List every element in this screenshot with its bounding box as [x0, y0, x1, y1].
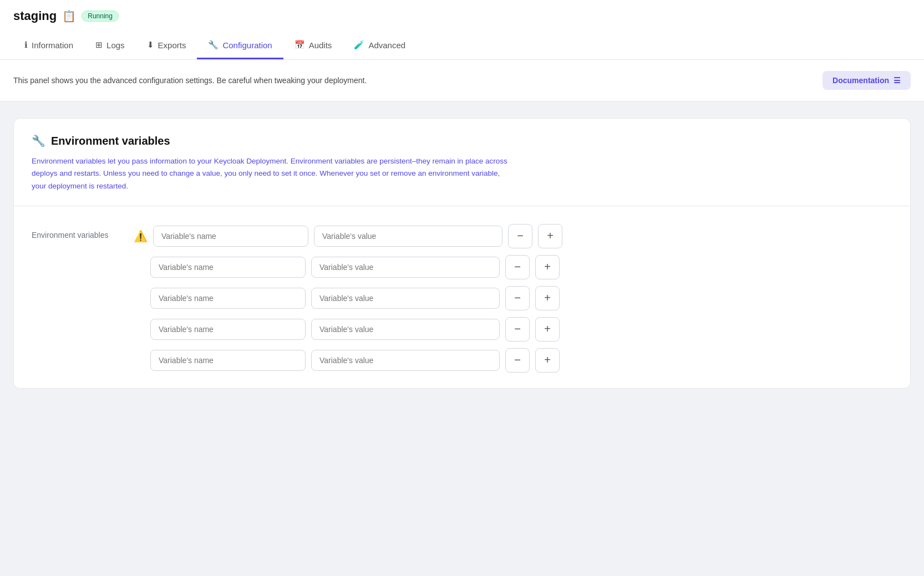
- warning-icon: ⚠️: [134, 230, 148, 243]
- remove-row-button-5[interactable]: −: [505, 348, 530, 373]
- env-row: − +: [134, 317, 892, 341]
- section-title-text: Environment variables: [51, 135, 170, 147]
- tab-information-label: Information: [32, 40, 73, 50]
- configuration-icon: 🔧: [208, 40, 219, 50]
- add-row-button-1[interactable]: +: [538, 224, 562, 248]
- env-vars-section: Environment variables ⚠️ − + − +: [32, 220, 892, 373]
- documentation-icon: ☰: [893, 76, 901, 85]
- add-row-button-5[interactable]: +: [535, 348, 560, 373]
- app-header: staging 📋 Running: [13, 0, 911, 28]
- tab-logs-label: Logs: [106, 40, 125, 50]
- env-row: − +: [134, 348, 892, 373]
- env-name-input-5[interactable]: [150, 350, 306, 371]
- top-section: staging 📋 Running ℹ Information ⊞ Logs ⬇…: [0, 0, 924, 60]
- wrench-icon: 🔧: [32, 134, 45, 147]
- env-vars-label: Environment variables: [32, 224, 120, 373]
- description-bar: This panel shows you the advanced config…: [0, 60, 924, 101]
- exports-icon: ⬇: [147, 40, 154, 50]
- add-row-button-4[interactable]: +: [535, 317, 560, 341]
- env-value-input-1[interactable]: [314, 226, 502, 247]
- env-name-input-3[interactable]: [150, 288, 306, 309]
- logs-icon: ⊞: [95, 40, 103, 50]
- env-row: − +: [134, 255, 892, 279]
- tab-logs[interactable]: ⊞ Logs: [84, 34, 136, 59]
- description-text: This panel shows you the advanced config…: [13, 76, 367, 85]
- tab-audits-label: Audits: [309, 40, 332, 50]
- section-description: Environment variables let you pass infor…: [32, 155, 509, 192]
- tab-exports-label: Exports: [158, 40, 186, 50]
- env-variables-card: 🔧 Environment variables Environment vari…: [13, 118, 911, 389]
- app-copy-icon[interactable]: 📋: [62, 9, 76, 23]
- divider: [14, 206, 910, 206]
- remove-row-button-3[interactable]: −: [505, 286, 530, 310]
- env-value-input-3[interactable]: [311, 288, 500, 309]
- tab-audits[interactable]: 📅 Audits: [283, 34, 343, 59]
- env-name-input-2[interactable]: [150, 257, 306, 278]
- information-icon: ℹ: [24, 40, 28, 50]
- add-row-button-2[interactable]: +: [535, 255, 560, 279]
- nav-tabs: ℹ Information ⊞ Logs ⬇ Exports 🔧 Configu…: [13, 28, 911, 59]
- remove-row-button-2[interactable]: −: [505, 255, 530, 279]
- env-value-input-5[interactable]: [311, 350, 500, 371]
- documentation-button[interactable]: Documentation ☰: [823, 71, 911, 90]
- tab-exports[interactable]: ⬇ Exports: [136, 34, 197, 59]
- add-row-button-3[interactable]: +: [535, 286, 560, 310]
- env-value-input-2[interactable]: [311, 257, 500, 278]
- tab-advanced[interactable]: 🧪 Advanced: [343, 34, 417, 59]
- remove-row-button-4[interactable]: −: [505, 317, 530, 341]
- tab-advanced-label: Advanced: [368, 40, 405, 50]
- status-badge: Running: [82, 11, 119, 22]
- documentation-label: Documentation: [832, 76, 889, 85]
- tab-configuration[interactable]: 🔧 Configuration: [197, 34, 283, 59]
- env-name-input-4[interactable]: [150, 319, 306, 340]
- app-name: staging: [13, 9, 57, 23]
- section-title: 🔧 Environment variables: [32, 134, 892, 147]
- main-content: 🔧 Environment variables Environment vari…: [0, 101, 924, 490]
- advanced-icon: 🧪: [354, 40, 364, 50]
- env-name-input-1[interactable]: [153, 226, 308, 247]
- remove-row-button-1[interactable]: −: [508, 224, 532, 248]
- env-row: ⚠️ − +: [134, 224, 892, 248]
- tab-information[interactable]: ℹ Information: [13, 34, 84, 59]
- env-rows: ⚠️ − + − + − +: [134, 224, 892, 373]
- tab-configuration-label: Configuration: [222, 40, 272, 50]
- env-value-input-4[interactable]: [311, 319, 500, 340]
- env-row: − +: [134, 286, 892, 310]
- audits-icon: 📅: [295, 40, 305, 50]
